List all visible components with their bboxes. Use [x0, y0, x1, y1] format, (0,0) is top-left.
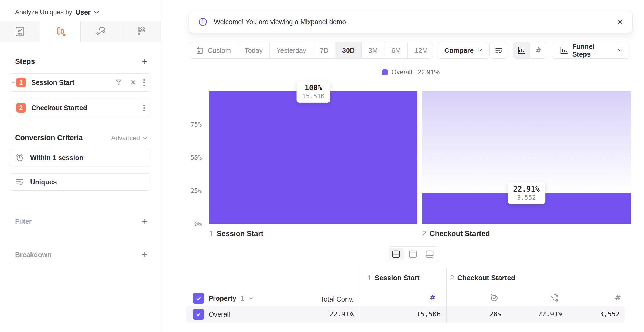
step-event-label[interactable]: Checkout Started — [31, 104, 143, 112]
compare-button[interactable]: Compare — [437, 42, 489, 59]
bar-chart-icon — [517, 46, 526, 55]
count-column-header[interactable]: # — [425, 293, 440, 302]
total-conv-header[interactable]: Total Conv. — [300, 295, 354, 303]
date-range-today[interactable]: Today — [238, 42, 270, 58]
conversion-criteria-header: Conversion Criteria Advanced — [0, 134, 161, 142]
chart-only-view-icon[interactable] — [405, 248, 420, 260]
chart-value-toggle: # — [513, 42, 547, 59]
step-number-badge: 2 — [16, 103, 26, 113]
filter-title: Filter — [15, 217, 32, 225]
conversion-window-label: Within 1 session — [30, 154, 83, 162]
split-view-icon[interactable] — [389, 248, 404, 260]
count-column-header[interactable]: # — [610, 293, 625, 302]
date-range-7d[interactable]: 7D — [313, 42, 335, 58]
step-card-1[interactable]: 1 Session Start ✕ — [9, 73, 151, 92]
tab-funnels[interactable] — [40, 21, 81, 42]
calendar-icon — [196, 46, 204, 54]
retention-dots-icon — [136, 26, 146, 37]
table-row-overall[interactable]: Overall 22.91% 15,506 28s 22.91% 3,552 — [186, 306, 625, 323]
funnel-bars-icon — [55, 26, 66, 37]
counting-method-card[interactable]: Uniques — [9, 173, 151, 191]
conversion-window-card[interactable]: Within 1 session — [9, 149, 151, 166]
kebab-menu-icon[interactable] — [143, 79, 145, 86]
hash-icon: # — [615, 293, 621, 302]
y-axis-tick: 0% — [161, 220, 202, 227]
funnel-bar-session-start[interactable] — [209, 91, 417, 224]
bar-chart-toggle[interactable] — [513, 42, 530, 58]
step2-count-value: 3,552 — [566, 306, 620, 323]
list-check-icon — [15, 177, 24, 186]
add-filter-button[interactable]: + — [142, 216, 148, 226]
funnel-bar-checkout-started[interactable] — [422, 91, 631, 224]
number-toggle[interactable]: # — [530, 42, 547, 58]
time-to-convert-column-header[interactable] — [487, 293, 502, 302]
hash-icon: # — [430, 293, 435, 302]
add-breakdown-button[interactable]: + — [142, 250, 148, 260]
conversion-rate-column-header[interactable] — [546, 293, 561, 302]
bar-tooltip-2: 22.91% 3,552 — [508, 182, 545, 204]
advanced-dropdown[interactable]: Advanced — [111, 134, 148, 142]
date-range-yesterday[interactable]: Yesterday — [270, 42, 313, 58]
row-checkbox[interactable] — [193, 309, 204, 320]
banner-message: Welcome! You are viewing a Mixpanel demo — [214, 18, 346, 26]
table-group-header-1: 1 Session Start — [368, 274, 420, 282]
chevron-down-icon[interactable] — [94, 11, 99, 14]
advanced-label: Advanced — [111, 134, 140, 142]
date-range-6m[interactable]: 6M — [385, 42, 408, 58]
bar-tooltip-1: 100% 15.51K — [296, 81, 330, 103]
filter-section: Filter + — [0, 216, 161, 226]
table-column-divider — [446, 268, 447, 323]
analyze-unit-dropdown[interactable]: User — [76, 8, 91, 16]
date-range-12m[interactable]: 12M — [408, 42, 433, 58]
tooltip-count: 3,552 — [513, 194, 540, 201]
property-header: Property 1 — [193, 293, 253, 304]
tab-flows[interactable] — [81, 21, 121, 42]
step1-count-value: 15,506 — [387, 306, 441, 323]
tooltip-percent: 100% — [302, 84, 324, 92]
y-axis-tick: 25% — [161, 187, 202, 194]
hash-icon: # — [536, 46, 541, 55]
property-label[interactable]: Property — [208, 295, 236, 302]
main-content: Welcome! You are viewing a Mixpanel demo… — [161, 0, 644, 332]
funnel-dropoff-gradient — [422, 91, 631, 194]
table-only-view-icon[interactable] — [422, 248, 437, 260]
date-range-3m[interactable]: 3M — [362, 42, 385, 58]
step-card-2[interactable]: 2 Checkout Started — [9, 99, 151, 117]
drag-handle-icon[interactable] — [9, 81, 16, 84]
compare-label: Compare — [444, 47, 474, 54]
y-axis-tick: 75% — [161, 121, 202, 128]
steps-section-header: Steps + — [0, 57, 161, 66]
welcome-banner: Welcome! You are viewing a Mixpanel demo… — [189, 11, 633, 33]
analyze-prefix-label: Analyze Uniques by — [15, 8, 72, 16]
analyze-header: Analyze Uniques by User — [0, 0, 161, 17]
sidebar: Analyze Uniques by User Steps — [0, 0, 161, 332]
chart-legend[interactable]: Overall · 22.91% — [189, 68, 633, 77]
info-icon — [198, 17, 207, 26]
chart-toolbar: Custom Today Yesterday 7D 30D 3M 6M 12M … — [189, 42, 630, 59]
alarm-clock-icon — [15, 153, 24, 162]
breakdown-section: Breakdown + — [0, 250, 161, 260]
filter-funnel-icon[interactable] — [115, 79, 122, 86]
add-step-button[interactable]: + — [142, 57, 148, 66]
list-check-icon — [494, 46, 503, 55]
flows-icon — [95, 26, 106, 37]
close-icon[interactable]: ✕ — [617, 18, 623, 26]
kebab-menu-icon[interactable] — [143, 105, 145, 111]
funnel-steps-dropdown[interactable]: Funnel Steps — [552, 42, 630, 59]
insights-icon — [15, 26, 25, 37]
remove-step-icon[interactable]: ✕ — [130, 78, 136, 87]
y-axis-tick: 50% — [161, 154, 202, 161]
date-range-custom[interactable]: Custom — [189, 42, 238, 58]
select-all-checkbox[interactable] — [193, 293, 204, 304]
chevron-down-icon — [618, 49, 623, 52]
metrics-list-button[interactable] — [489, 42, 508, 59]
legend-swatch — [382, 69, 388, 75]
step-event-label[interactable]: Session Start — [31, 79, 115, 87]
property-index: 1 — [241, 295, 244, 302]
date-range-30d[interactable]: 30D — [335, 42, 362, 58]
tab-insights[interactable] — [0, 21, 40, 42]
row-name: Overall — [209, 306, 230, 323]
date-range-control: Custom Today Yesterday 7D 30D 3M 6M 12M — [189, 42, 433, 59]
tab-retention[interactable] — [121, 21, 161, 42]
custom-label: Custom — [208, 47, 231, 54]
